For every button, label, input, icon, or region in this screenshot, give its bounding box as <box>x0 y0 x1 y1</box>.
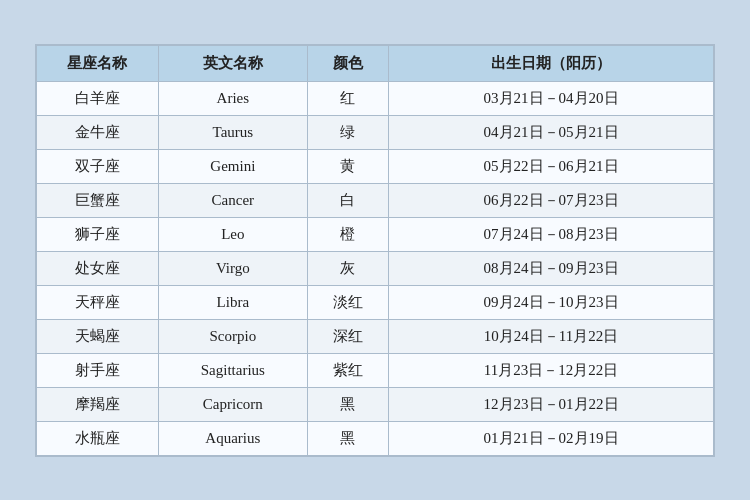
cell-color: 黑 <box>307 387 388 421</box>
cell-zh: 处女座 <box>37 251 159 285</box>
header-date: 出生日期（阳历） <box>389 45 714 81</box>
cell-en: Cancer <box>158 183 307 217</box>
cell-en: Virgo <box>158 251 307 285</box>
cell-zh: 水瓶座 <box>37 421 159 455</box>
cell-color: 白 <box>307 183 388 217</box>
cell-en: Sagittarius <box>158 353 307 387</box>
table-row: 金牛座Taurus绿04月21日－05月21日 <box>37 115 714 149</box>
table-row: 射手座Sagittarius紫红11月23日－12月22日 <box>37 353 714 387</box>
cell-color: 黑 <box>307 421 388 455</box>
cell-date: 07月24日－08月23日 <box>389 217 714 251</box>
table-row: 天秤座Libra淡红09月24日－10月23日 <box>37 285 714 319</box>
cell-date: 12月23日－01月22日 <box>389 387 714 421</box>
cell-en: Libra <box>158 285 307 319</box>
cell-date: 03月21日－04月20日 <box>389 81 714 115</box>
table-row: 双子座Gemini黄05月22日－06月21日 <box>37 149 714 183</box>
cell-zh: 金牛座 <box>37 115 159 149</box>
cell-en: Capricorn <box>158 387 307 421</box>
cell-zh: 狮子座 <box>37 217 159 251</box>
cell-color: 绿 <box>307 115 388 149</box>
header-color: 颜色 <box>307 45 388 81</box>
cell-en: Aquarius <box>158 421 307 455</box>
cell-color: 橙 <box>307 217 388 251</box>
table-row: 摩羯座Capricorn黑12月23日－01月22日 <box>37 387 714 421</box>
table-row: 天蝎座Scorpio深红10月24日－11月22日 <box>37 319 714 353</box>
table-row: 狮子座Leo橙07月24日－08月23日 <box>37 217 714 251</box>
table-header-row: 星座名称 英文名称 颜色 出生日期（阳历） <box>37 45 714 81</box>
header-en: 英文名称 <box>158 45 307 81</box>
cell-date: 10月24日－11月22日 <box>389 319 714 353</box>
cell-date: 08月24日－09月23日 <box>389 251 714 285</box>
cell-date: 05月22日－06月21日 <box>389 149 714 183</box>
cell-date: 01月21日－02月19日 <box>389 421 714 455</box>
cell-date: 09月24日－10月23日 <box>389 285 714 319</box>
cell-color: 黄 <box>307 149 388 183</box>
zodiac-table-container: 星座名称 英文名称 颜色 出生日期（阳历） 白羊座Aries红03月21日－04… <box>35 44 715 457</box>
cell-en: Gemini <box>158 149 307 183</box>
cell-en: Leo <box>158 217 307 251</box>
cell-date: 04月21日－05月21日 <box>389 115 714 149</box>
table-row: 白羊座Aries红03月21日－04月20日 <box>37 81 714 115</box>
cell-date: 06月22日－07月23日 <box>389 183 714 217</box>
table-row: 巨蟹座Cancer白06月22日－07月23日 <box>37 183 714 217</box>
cell-date: 11月23日－12月22日 <box>389 353 714 387</box>
cell-zh: 天蝎座 <box>37 319 159 353</box>
cell-zh: 摩羯座 <box>37 387 159 421</box>
cell-zh: 巨蟹座 <box>37 183 159 217</box>
cell-zh: 白羊座 <box>37 81 159 115</box>
cell-en: Taurus <box>158 115 307 149</box>
cell-en: Scorpio <box>158 319 307 353</box>
cell-color: 灰 <box>307 251 388 285</box>
header-zh: 星座名称 <box>37 45 159 81</box>
zodiac-table: 星座名称 英文名称 颜色 出生日期（阳历） 白羊座Aries红03月21日－04… <box>36 45 714 456</box>
cell-zh: 双子座 <box>37 149 159 183</box>
cell-en: Aries <box>158 81 307 115</box>
table-row: 处女座Virgo灰08月24日－09月23日 <box>37 251 714 285</box>
cell-color: 淡红 <box>307 285 388 319</box>
cell-zh: 天秤座 <box>37 285 159 319</box>
table-row: 水瓶座Aquarius黑01月21日－02月19日 <box>37 421 714 455</box>
cell-color: 红 <box>307 81 388 115</box>
cell-color: 紫红 <box>307 353 388 387</box>
cell-color: 深红 <box>307 319 388 353</box>
cell-zh: 射手座 <box>37 353 159 387</box>
